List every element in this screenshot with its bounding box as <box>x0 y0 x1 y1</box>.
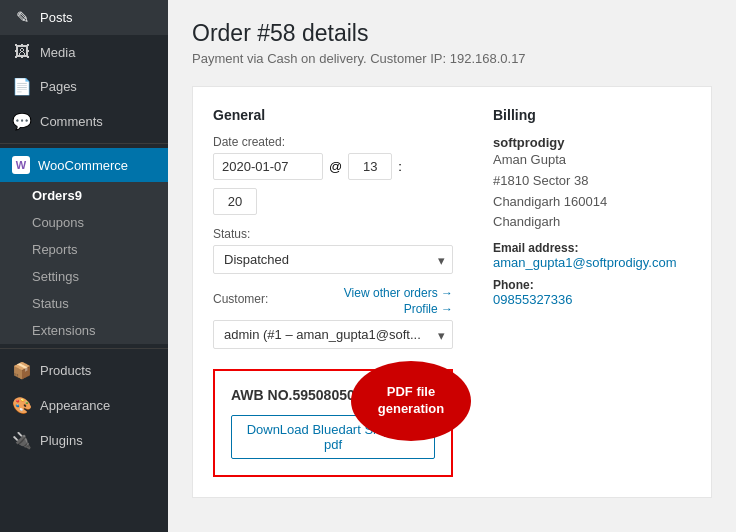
sidebar-item-comments[interactable]: 💬 Comments <box>0 104 168 139</box>
status-label: Status: <box>213 227 453 241</box>
billing-state: Chandigarh <box>493 212 691 233</box>
awb-label: AWB NO. <box>231 387 292 403</box>
billing-name: Aman Gupta <box>493 150 691 171</box>
sidebar-item-label: Media <box>40 45 156 60</box>
sidebar-woocommerce-submenu: Orders 9 Coupons Reports Settings Status… <box>0 182 168 344</box>
pdf-bubble: PDF file generation <box>351 361 471 441</box>
pdf-bubble-text: PDF file generation <box>365 384 457 418</box>
sidebar-item-label: WooCommerce <box>38 158 156 173</box>
sidebar: ✎ Posts 🖼 Media 📄 Pages 💬 Comments W Woo… <box>0 0 168 532</box>
general-section-title: General <box>213 107 453 123</box>
billing-section: Billing softprodigy Aman Gupta #1810 Sec… <box>493 107 691 477</box>
date-field-group: Date created: @ : <box>213 135 453 215</box>
minute-input[interactable] <box>213 188 257 215</box>
comments-icon: 💬 <box>12 112 32 131</box>
sidebar-item-posts[interactable]: ✎ Posts <box>0 0 168 35</box>
sidebar-item-woocommerce[interactable]: W WooCommerce <box>0 148 168 182</box>
billing-company: softprodigy <box>493 135 691 150</box>
date-label: Date created: <box>213 135 453 149</box>
media-icon: 🖼 <box>12 43 32 61</box>
at-symbol: @ <box>329 159 342 174</box>
billing-phone-label: Phone: <box>493 278 691 292</box>
reports-label: Reports <box>32 242 78 257</box>
customer-row: Customer: View other orders → Profile → <box>213 286 453 316</box>
status-select[interactable]: Dispatched <box>213 245 453 274</box>
two-column-layout: General Date created: @ : Status: <box>213 107 691 477</box>
date-row: @ : <box>213 153 453 180</box>
sidebar-item-extensions[interactable]: Extensions <box>0 317 168 344</box>
sidebar-item-label: Posts <box>40 10 156 25</box>
view-other-orders-link[interactable]: View other orders → <box>344 286 453 300</box>
awb-box: AWB NO.59508050000 DownLoad Bluedart Shi… <box>213 369 453 477</box>
billing-phone-link[interactable]: 09855327336 <box>493 292 573 307</box>
sidebar-item-plugins[interactable]: 🔌 Plugins <box>0 423 168 458</box>
orders-label: Orders <box>32 188 75 203</box>
billing-email-link[interactable]: aman_gupta1@softprodigy.com <box>493 255 677 270</box>
customer-label: Customer: <box>213 292 268 306</box>
sidebar-item-label: Plugins <box>40 433 156 448</box>
appearance-icon: 🎨 <box>12 396 32 415</box>
sidebar-item-appearance[interactable]: 🎨 Appearance <box>0 388 168 423</box>
extensions-label: Extensions <box>32 323 96 338</box>
customer-select-wrap: admin (#1 – aman_gupta1@soft... × ▾ <box>213 320 453 349</box>
colon-symbol: : <box>398 159 402 174</box>
status-field-group: Status: Dispatched ▾ <box>213 227 453 274</box>
orders-badge: 9 <box>75 188 82 203</box>
sidebar-item-label: Pages <box>40 79 156 94</box>
sidebar-item-products[interactable]: 📦 Products <box>0 353 168 388</box>
page-title: Order #58 details <box>192 20 712 47</box>
billing-city: Chandigarh 160014 <box>493 192 691 213</box>
sidebar-item-settings[interactable]: Settings <box>0 263 168 290</box>
settings-label: Settings <box>32 269 79 284</box>
sidebar-item-label: Products <box>40 363 156 378</box>
page-subtitle: Payment via Cash on delivery. Customer I… <box>192 51 712 66</box>
sidebar-item-label: Comments <box>40 114 156 129</box>
status-select-wrap: Dispatched ▾ <box>213 245 453 274</box>
coupons-label: Coupons <box>32 215 84 230</box>
order-detail-content: General Date created: @ : Status: <box>192 86 712 498</box>
customer-select[interactable]: admin (#1 – aman_gupta1@soft... × <box>213 320 453 349</box>
customer-links: View other orders → Profile → <box>344 286 453 316</box>
sidebar-item-pages[interactable]: 📄 Pages <box>0 69 168 104</box>
sidebar-item-orders[interactable]: Orders 9 <box>0 182 168 209</box>
sidebar-item-status[interactable]: Status <box>0 290 168 317</box>
billing-email-label: Email address: <box>493 241 691 255</box>
posts-icon: ✎ <box>12 8 32 27</box>
sidebar-item-media[interactable]: 🖼 Media <box>0 35 168 69</box>
plugins-icon: 🔌 <box>12 431 32 450</box>
status-label: Status <box>32 296 69 311</box>
customer-field-group: Customer: View other orders → Profile → … <box>213 286 453 349</box>
products-icon: 📦 <box>12 361 32 380</box>
date-input[interactable] <box>213 153 323 180</box>
billing-address1: #1810 Sector 38 <box>493 171 691 192</box>
sidebar-item-reports[interactable]: Reports <box>0 236 168 263</box>
hour-input[interactable] <box>348 153 392 180</box>
general-section: General Date created: @ : Status: <box>213 107 453 477</box>
main-content: Order #58 details Payment via Cash on de… <box>168 0 736 532</box>
profile-link[interactable]: Profile → <box>404 302 453 316</box>
billing-section-title: Billing <box>493 107 691 123</box>
sidebar-item-label: Appearance <box>40 398 156 413</box>
woocommerce-icon: W <box>12 156 30 174</box>
sidebar-item-coupons[interactable]: Coupons <box>0 209 168 236</box>
pages-icon: 📄 <box>12 77 32 96</box>
